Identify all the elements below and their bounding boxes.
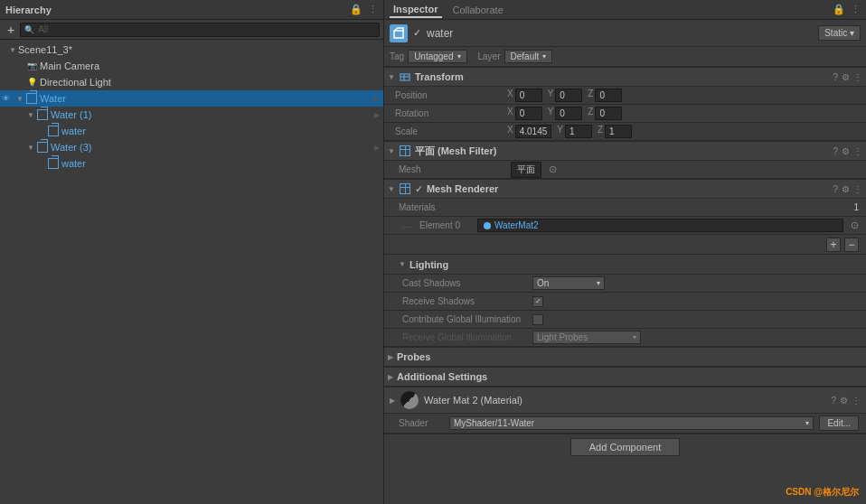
- inspector-panel: Inspector Collaborate 🔒 ⋮ ✓ water Static…: [384, 0, 866, 504]
- water3-label: Water (3): [51, 142, 91, 153]
- probes-title: Probes: [397, 351, 430, 362]
- materials-add-button[interactable]: +: [826, 238, 841, 252]
- tag-label: Tag: [390, 51, 404, 61]
- probes-section[interactable]: Probes: [384, 347, 866, 367]
- position-y-label: Y: [548, 89, 554, 102]
- more-icon[interactable]: ⋮: [368, 4, 378, 15]
- water-3-item[interactable]: Water (3) ▶: [0, 139, 383, 155]
- scene-side-arrow: ⋮: [372, 46, 380, 54]
- light-icon: 💡: [25, 76, 38, 89]
- transform-help-icon[interactable]: ?: [833, 72, 838, 82]
- water-child-item[interactable]: water: [0, 123, 383, 139]
- receive-shadows-row: Receive Shadows: [384, 293, 866, 311]
- main-camera-item[interactable]: 📷 Main Camera: [0, 58, 383, 74]
- cast-shadows-dropdown[interactable]: On: [532, 276, 605, 290]
- mesh-filter-icon: [399, 145, 411, 157]
- lock-icon[interactable]: 🔒: [350, 4, 362, 15]
- scale-z-input[interactable]: 1: [605, 125, 632, 138]
- water-item[interactable]: 👁 Water ▶: [0, 90, 383, 107]
- position-z-input[interactable]: 0: [595, 89, 622, 102]
- material-value[interactable]: WaterMat2: [477, 219, 843, 232]
- edit-shader-button[interactable]: Edit...: [819, 415, 859, 431]
- renderer-settings-icon[interactable]: ⚙: [842, 184, 850, 194]
- additional-settings-section[interactable]: Additional Settings: [384, 367, 866, 387]
- transform-icon: [399, 70, 411, 83]
- mesh-prop-row: Mesh 平面 ⊙: [384, 161, 866, 179]
- scale-values: X 4.0145 Y 1 Z 1: [507, 125, 632, 138]
- renderer-help-icon[interactable]: ?: [833, 184, 838, 194]
- mesh-help-icon[interactable]: ?: [833, 146, 838, 156]
- mesh-value[interactable]: 平面: [511, 162, 541, 178]
- mesh-filter-arrow: [388, 147, 395, 155]
- scene-arrow: [7, 44, 18, 55]
- object-name: water: [427, 27, 453, 40]
- material-more-icon[interactable]: ⋮: [852, 396, 861, 406]
- directional-light-item[interactable]: 💡 Directional Light: [0, 74, 383, 90]
- mesh-filter-section-header[interactable]: 平面 (Mesh Filter) ? ⚙ ⋮: [384, 141, 866, 161]
- mesh-select-icon[interactable]: ⊙: [549, 163, 557, 175]
- lighting-sub-header[interactable]: Lighting: [384, 255, 866, 275]
- additional-settings-arrow: [388, 373, 393, 381]
- hierarchy-title: Hierarchy: [5, 5, 52, 15]
- material-help-icon[interactable]: ?: [831, 396, 836, 406]
- water3-child-item[interactable]: water: [0, 155, 383, 172]
- probes-arrow: [388, 353, 393, 361]
- layer-dropdown[interactable]: Default: [504, 50, 553, 63]
- transform-settings-icon[interactable]: ⚙: [842, 72, 850, 82]
- static-button[interactable]: Static ▾: [818, 25, 861, 41]
- material-tools: ? ⚙ ⋮: [831, 396, 861, 406]
- eye-icon: 👁: [2, 94, 10, 103]
- mesh-settings-icon[interactable]: ⚙: [842, 146, 850, 156]
- material-select-icon[interactable]: ⊙: [851, 219, 859, 231]
- hierarchy-toolbar: + 🔍 All: [0, 20, 383, 40]
- mesh-renderer-section-header[interactable]: ✓ Mesh Renderer ? ⚙ ⋮: [384, 179, 866, 199]
- scale-y-input[interactable]: 1: [565, 125, 592, 138]
- inspector-header-icons: 🔒 ⋮: [833, 4, 861, 15]
- cast-shadows-row: Cast Shadows On: [384, 275, 866, 293]
- water-1-item[interactable]: Water (1) ▶: [0, 107, 383, 123]
- shader-label: Shader: [399, 418, 444, 428]
- light-probes-dropdown[interactable]: Light Probes: [532, 331, 641, 344]
- hierarchy-search[interactable]: 🔍 All: [20, 23, 380, 37]
- mesh-renderer-title: Mesh Renderer: [427, 183, 498, 194]
- light-probes-value: Light Probes: [537, 332, 588, 342]
- inspector-header: Inspector Collaborate 🔒 ⋮: [384, 0, 866, 20]
- shader-row: Shader MyShader/11-Water Edit...: [384, 414, 866, 434]
- position-y-input[interactable]: 0: [555, 89, 582, 102]
- mesh-more-icon[interactable]: ⋮: [853, 146, 862, 156]
- rotation-x-input[interactable]: 0: [515, 107, 542, 120]
- rotation-y-input[interactable]: 0: [555, 107, 582, 120]
- water3-cube-icon: [36, 141, 49, 154]
- tag-dropdown[interactable]: Untagged: [408, 50, 466, 63]
- add-component-button[interactable]: Add Component: [570, 438, 681, 456]
- position-x-input[interactable]: 0: [515, 89, 542, 102]
- material-settings-icon[interactable]: ⚙: [840, 396, 848, 406]
- mesh-renderer-arrow: [388, 185, 395, 193]
- inspector-tab[interactable]: Inspector: [390, 2, 442, 18]
- cast-shadows-label: Cast Shadows: [402, 278, 529, 288]
- scale-x-input[interactable]: 4.0145: [515, 125, 552, 138]
- more-btn[interactable]: ⋮: [851, 4, 861, 15]
- contribute-gi-checkbox[interactable]: [532, 314, 543, 325]
- mesh-label: Mesh: [399, 164, 507, 174]
- contribute-gi-label: Contribute Global Illumination: [402, 314, 529, 324]
- receive-shadows-checkbox[interactable]: [532, 296, 543, 307]
- shader-dropdown[interactable]: MyShader/11-Water: [449, 416, 814, 430]
- mesh-renderer-checkbox[interactable]: ✓: [415, 183, 423, 195]
- water-side-arrow: ▶: [374, 95, 380, 103]
- material-section-header[interactable]: Water Mat 2 (Material) ? ⚙ ⋮: [384, 387, 866, 414]
- element-dash: —: [402, 220, 412, 231]
- rotation-z-input[interactable]: 0: [595, 107, 622, 120]
- water-cube-icon: [25, 92, 38, 105]
- collaborate-tab[interactable]: Collaborate: [449, 3, 507, 17]
- renderer-more-icon[interactable]: ⋮: [853, 184, 862, 194]
- add-button[interactable]: +: [4, 23, 18, 37]
- transform-section-header[interactable]: Transform ? ⚙ ⋮: [384, 67, 866, 87]
- materials-remove-button[interactable]: −: [844, 238, 859, 252]
- lock-btn[interactable]: 🔒: [833, 4, 845, 15]
- transform-more-icon[interactable]: ⋮: [853, 72, 862, 82]
- object-checkbox[interactable]: ✓: [413, 27, 421, 39]
- scene-root-item[interactable]: Scene11_3* ⋮: [0, 42, 383, 58]
- position-values: X 0 Y 0 Z 0: [507, 89, 622, 102]
- search-placeholder: All: [38, 24, 48, 34]
